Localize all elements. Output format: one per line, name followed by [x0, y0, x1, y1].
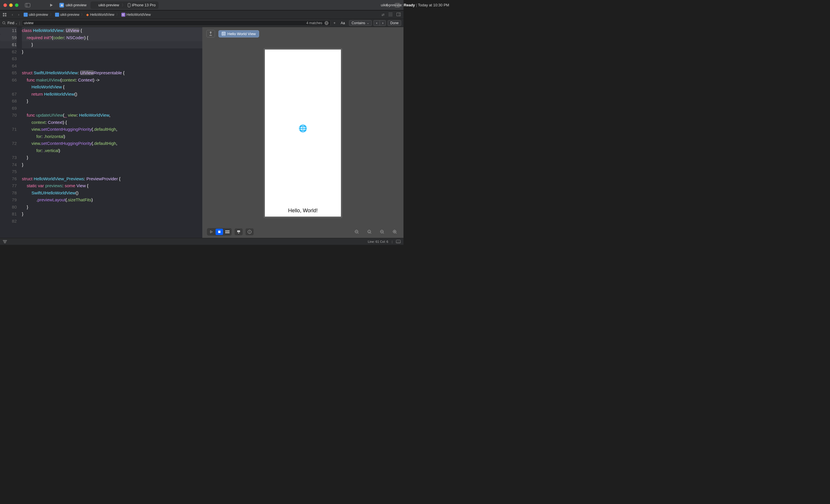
code-line[interactable]	[22, 168, 202, 175]
code-line[interactable]: for: .vertical)	[22, 147, 202, 155]
run-button[interactable]	[48, 2, 55, 8]
code-line[interactable]: }	[22, 204, 202, 211]
zoom-out-button[interactable]	[353, 228, 361, 235]
preview-selector[interactable]: ▢ Hello World View	[219, 30, 259, 37]
svg-rect-19	[228, 230, 229, 232]
scheme-selector[interactable]: ▣ uikit-preview	[59, 3, 87, 7]
hello-label: Hello, World!	[288, 208, 318, 214]
main-split: 1159616263646566676869707172737475767778…	[0, 27, 404, 238]
back-button[interactable]: ‹	[9, 13, 15, 17]
svg-rect-23	[237, 230, 240, 232]
crumb-label: uikit-preview	[29, 13, 48, 17]
chevron-right-icon: 〉	[49, 12, 54, 17]
code-line[interactable]: required init?(coder: NSCoder) {	[22, 34, 202, 41]
clear-search-button[interactable]: ✕	[324, 21, 328, 25]
line-number: 66	[0, 77, 17, 84]
code-line[interactable]: view.setContentHuggingPriority(.defaultH…	[22, 140, 202, 147]
live-preview-button[interactable]	[208, 229, 215, 235]
svg-rect-21	[227, 232, 228, 233]
prev-match-button[interactable]: ‹	[374, 20, 380, 26]
code-line[interactable]	[22, 218, 202, 225]
code-line[interactable]: class HelloWorldView: UIView {	[22, 27, 202, 34]
svg-rect-24	[238, 233, 239, 233]
filter-icon[interactable]	[3, 240, 7, 243]
code-line[interactable]: }	[22, 210, 202, 218]
code-editor[interactable]: 1159616263646566676869707172737475767778…	[0, 27, 202, 238]
svg-rect-12	[397, 13, 401, 16]
code-content[interactable]: class HelloWorldView: UIView { required …	[20, 27, 202, 238]
code-line[interactable]: .previewLayout(.sizeThatFits)	[22, 196, 202, 204]
svg-text:1: 1	[369, 231, 370, 233]
fullscreen-window-button[interactable]	[15, 3, 19, 7]
line-number	[0, 147, 17, 155]
device-settings-button[interactable]	[234, 228, 243, 235]
svg-rect-17	[225, 230, 226, 232]
svg-rect-42	[3, 241, 6, 242]
close-window-button[interactable]	[3, 3, 7, 7]
code-line[interactable]: }	[22, 41, 202, 48]
match-type-select[interactable]: Contains⌄	[349, 20, 372, 26]
view-icon: ▢	[222, 32, 226, 36]
code-line[interactable]: context: Context) {	[22, 119, 202, 126]
preview-name: Hello World View	[227, 32, 256, 36]
search-icon	[2, 21, 6, 25]
crumb-file[interactable]: ◆HelloWorldView	[86, 13, 114, 17]
case-sensitive-toggle[interactable]: Aa	[338, 21, 347, 26]
code-line[interactable]: }	[22, 161, 202, 168]
find-bar: Find ⌄ | uiview 4 matches ✕ + Aa Contain…	[0, 19, 404, 27]
add-editor-icon[interactable]	[396, 13, 401, 17]
zoom-fit-button[interactable]	[378, 228, 386, 235]
pin-preview-button[interactable]	[206, 30, 215, 37]
code-line[interactable]	[22, 105, 202, 112]
outline-icon[interactable]	[388, 13, 392, 17]
code-line[interactable]: HelloWorldView {	[22, 83, 202, 91]
svg-rect-20	[225, 232, 226, 233]
line-number: 77	[0, 182, 17, 190]
code-line[interactable]: SwiftUIHelloWorldView()	[22, 190, 202, 197]
line-number: 59	[0, 34, 17, 41]
code-line[interactable]: func updateUIView(_ view: HelloWorldView…	[22, 112, 202, 119]
svg-rect-22	[228, 232, 229, 233]
code-line[interactable]: struct SwiftUIHelloWorldView: UIViewRepr…	[22, 69, 202, 77]
code-line[interactable]: }	[22, 98, 202, 105]
crumb-folder[interactable]: uikit-preview	[55, 13, 79, 17]
run-destination-selector[interactable]: uikit-preview 〉 iPhone 13 Pro	[91, 1, 159, 9]
swap-icon[interactable]: ⇄	[382, 13, 384, 17]
crumb-symbol[interactable]: CHelloWorldView	[121, 13, 151, 17]
code-line[interactable]: for: .horizontal)	[22, 133, 202, 140]
forward-button[interactable]: ›	[15, 13, 22, 17]
insert-pattern-button[interactable]: +	[332, 21, 337, 25]
code-line[interactable]: struct HelloWorldView_Previews: PreviewP…	[22, 175, 202, 182]
zoom-actual-button[interactable]: 1	[365, 228, 374, 235]
debug-area-toggle-icon[interactable]	[396, 240, 401, 243]
code-line[interactable]: static var previews: some View {	[22, 182, 202, 190]
selectable-preview-button[interactable]	[216, 229, 223, 235]
svg-rect-0	[25, 3, 30, 7]
toggle-navigator-icon[interactable]	[24, 2, 31, 8]
zoom-in-button[interactable]	[391, 228, 399, 235]
variants-preview-button[interactable]	[224, 229, 231, 235]
code-line[interactable]: return HelloWorldView()	[22, 91, 202, 98]
code-line[interactable]	[22, 63, 202, 70]
code-line[interactable]: view.setContentHuggingPriority(.defaultH…	[22, 126, 202, 133]
search-input[interactable]: uiview 4 matches ✕	[22, 20, 330, 26]
preview-info-button[interactable]: i	[246, 228, 254, 235]
find-mode-select[interactable]: Find ⌄	[7, 21, 18, 25]
minimize-window-button[interactable]	[9, 3, 13, 7]
done-button[interactable]: Done	[388, 20, 401, 26]
line-number: 82	[0, 218, 17, 225]
grid-icon[interactable]	[3, 13, 9, 16]
code-line[interactable]: func makeUIView(context: Context) ->	[22, 77, 202, 84]
line-number: 61	[0, 41, 17, 48]
line-number: 76	[0, 175, 17, 182]
code-line[interactable]	[22, 55, 202, 63]
crumb-project[interactable]: uikit-preview	[24, 13, 48, 17]
next-match-button[interactable]: ›	[380, 20, 386, 26]
code-line[interactable]: }	[22, 48, 202, 56]
code-line[interactable]: }	[22, 154, 202, 161]
preview-canvas[interactable]: 🌐 Hello, World!	[202, 40, 404, 226]
line-number: 81	[0, 210, 17, 218]
scheme-in-destination: uikit-preview	[93, 3, 119, 7]
svg-rect-8	[5, 15, 6, 16]
svg-rect-18	[227, 230, 228, 232]
